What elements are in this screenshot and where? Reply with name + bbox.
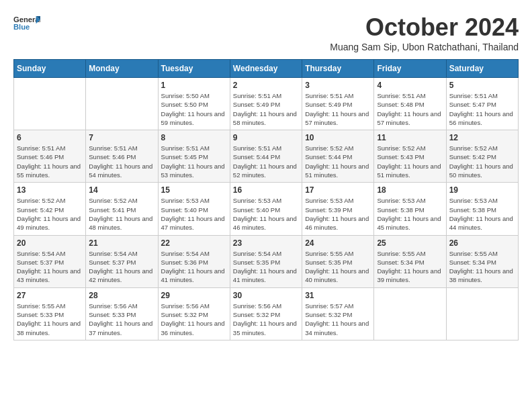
calendar-day-cell: 8 Sunrise: 5:51 AMSunset: 5:45 PMDayligh… <box>158 130 230 183</box>
title-section: October 2024 Muang Sam Sip, Ubon Ratchat… <box>330 13 519 52</box>
day-detail: Sunrise: 5:51 AMSunset: 5:49 PMDaylight:… <box>233 91 299 127</box>
day-detail: Sunrise: 5:55 AMSunset: 5:33 PMDaylight:… <box>17 302 83 337</box>
day-detail: Sunrise: 5:52 AMSunset: 5:43 PMDaylight:… <box>377 144 443 179</box>
day-detail: Sunrise: 5:56 AMSunset: 5:32 PMDaylight:… <box>161 302 227 337</box>
calendar-day-cell: 21 Sunrise: 5:54 AMSunset: 5:37 PMDaylig… <box>86 235 158 287</box>
day-detail: Sunrise: 5:50 AMSunset: 5:50 PMDaylight:… <box>161 91 227 127</box>
calendar-week-row: 27 Sunrise: 5:55 AMSunset: 5:33 PMDaylig… <box>14 287 519 340</box>
calendar-day-header: Wednesday <box>230 60 302 78</box>
day-detail: Sunrise: 5:53 AMSunset: 5:40 PMDaylight:… <box>161 196 227 232</box>
day-detail: Sunrise: 5:51 AMSunset: 5:46 PMDaylight:… <box>17 144 83 179</box>
svg-text:Blue: Blue <box>13 23 30 31</box>
day-number: 12 <box>449 133 515 142</box>
day-detail: Sunrise: 5:55 AMSunset: 5:34 PMDaylight:… <box>449 249 515 285</box>
day-detail: Sunrise: 5:51 AMSunset: 5:44 PMDaylight:… <box>233 144 299 179</box>
calendar-week-row: 20 Sunrise: 5:54 AMSunset: 5:37 PMDaylig… <box>14 235 519 287</box>
location-subtitle: Muang Sam Sip, Ubon Ratchathani, Thailan… <box>330 42 519 52</box>
calendar-day-cell: 11 Sunrise: 5:52 AMSunset: 5:43 PMDaylig… <box>374 130 446 183</box>
calendar-day-cell: 2 Sunrise: 5:51 AMSunset: 5:49 PMDayligh… <box>230 78 302 130</box>
calendar-day-cell: 3 Sunrise: 5:51 AMSunset: 5:49 PMDayligh… <box>302 78 374 130</box>
calendar-day-cell: 31 Sunrise: 5:57 AMSunset: 5:32 PMDaylig… <box>302 287 374 340</box>
day-detail: Sunrise: 5:53 AMSunset: 5:40 PMDaylight:… <box>233 196 299 232</box>
day-detail: Sunrise: 5:53 AMSunset: 5:39 PMDaylight:… <box>305 196 371 232</box>
day-number: 31 <box>305 291 371 300</box>
day-number: 6 <box>17 133 83 142</box>
page-header: General Blue October 2024 Muang Sam Sip,… <box>13 13 519 52</box>
calendar-header-row: SundayMondayTuesdayWednesdayThursdayFrid… <box>14 60 519 78</box>
month-title: October 2024 <box>330 13 519 42</box>
day-number: 27 <box>17 291 83 300</box>
calendar-day-cell: 6 Sunrise: 5:51 AMSunset: 5:46 PMDayligh… <box>14 130 86 183</box>
day-number: 24 <box>305 238 371 248</box>
calendar-day-header: Monday <box>86 60 158 78</box>
calendar-day-cell: 13 Sunrise: 5:52 AMSunset: 5:42 PMDaylig… <box>14 183 86 235</box>
day-number: 10 <box>305 133 371 142</box>
day-number: 4 <box>377 81 443 90</box>
day-detail: Sunrise: 5:57 AMSunset: 5:32 PMDaylight:… <box>305 302 371 337</box>
day-detail: Sunrise: 5:55 AMSunset: 5:34 PMDaylight:… <box>377 249 443 285</box>
day-number: 21 <box>89 238 154 248</box>
day-detail: Sunrise: 5:54 AMSunset: 5:37 PMDaylight:… <box>17 249 83 285</box>
calendar-day-cell: 30 Sunrise: 5:56 AMSunset: 5:32 PMDaylig… <box>230 287 302 340</box>
calendar-day-cell: 7 Sunrise: 5:51 AMSunset: 5:46 PMDayligh… <box>86 130 158 183</box>
day-detail: Sunrise: 5:54 AMSunset: 5:37 PMDaylight:… <box>89 249 154 285</box>
calendar-day-cell: 25 Sunrise: 5:55 AMSunset: 5:34 PMDaylig… <box>374 235 446 287</box>
day-number: 11 <box>377 133 443 142</box>
calendar-day-cell: 29 Sunrise: 5:56 AMSunset: 5:32 PMDaylig… <box>158 287 230 340</box>
calendar-day-header: Saturday <box>446 60 518 78</box>
calendar-day-cell: 10 Sunrise: 5:52 AMSunset: 5:44 PMDaylig… <box>302 130 374 183</box>
day-detail: Sunrise: 5:51 AMSunset: 5:46 PMDaylight:… <box>89 144 154 179</box>
calendar-day-cell: 27 Sunrise: 5:55 AMSunset: 5:33 PMDaylig… <box>14 287 86 340</box>
day-number: 26 <box>449 238 515 248</box>
day-detail: Sunrise: 5:56 AMSunset: 5:32 PMDaylight:… <box>233 302 299 337</box>
calendar-day-cell: 22 Sunrise: 5:54 AMSunset: 5:36 PMDaylig… <box>158 235 230 287</box>
day-number: 17 <box>305 185 371 195</box>
calendar-day-header: Tuesday <box>158 60 230 78</box>
calendar-day-cell: 17 Sunrise: 5:53 AMSunset: 5:39 PMDaylig… <box>302 183 374 235</box>
calendar-day-header: Thursday <box>302 60 374 78</box>
day-detail: Sunrise: 5:54 AMSunset: 5:36 PMDaylight:… <box>161 249 227 285</box>
calendar-week-row: 13 Sunrise: 5:52 AMSunset: 5:42 PMDaylig… <box>14 183 519 235</box>
calendar-day-cell: 5 Sunrise: 5:51 AMSunset: 5:47 PMDayligh… <box>446 78 518 130</box>
calendar-day-header: Friday <box>374 60 446 78</box>
day-detail: Sunrise: 5:51 AMSunset: 5:47 PMDaylight:… <box>449 91 515 127</box>
calendar-day-cell: 14 Sunrise: 5:52 AMSunset: 5:41 PMDaylig… <box>86 183 158 235</box>
calendar-day-cell: 15 Sunrise: 5:53 AMSunset: 5:40 PMDaylig… <box>158 183 230 235</box>
day-number: 20 <box>17 238 83 248</box>
day-number: 15 <box>161 185 227 195</box>
day-number: 3 <box>305 81 371 90</box>
calendar-week-row: 1 Sunrise: 5:50 AMSunset: 5:50 PMDayligh… <box>14 78 519 130</box>
day-number: 13 <box>17 185 83 195</box>
day-detail: Sunrise: 5:51 AMSunset: 5:45 PMDaylight:… <box>161 144 227 179</box>
logo: General Blue <box>13 13 40 32</box>
calendar-day-cell: 9 Sunrise: 5:51 AMSunset: 5:44 PMDayligh… <box>230 130 302 183</box>
day-number: 22 <box>161 238 227 248</box>
calendar-table: SundayMondayTuesdayWednesdayThursdayFrid… <box>13 59 519 340</box>
calendar-day-cell: 1 Sunrise: 5:50 AMSunset: 5:50 PMDayligh… <box>158 78 230 130</box>
calendar-day-cell: 26 Sunrise: 5:55 AMSunset: 5:34 PMDaylig… <box>446 235 518 287</box>
day-number: 5 <box>449 81 515 90</box>
day-number: 25 <box>377 238 443 248</box>
day-detail: Sunrise: 5:54 AMSunset: 5:35 PMDaylight:… <box>233 249 299 285</box>
day-number: 8 <box>161 133 227 142</box>
day-detail: Sunrise: 5:56 AMSunset: 5:33 PMDaylight:… <box>89 302 154 337</box>
day-number: 29 <box>161 291 227 300</box>
calendar-day-cell: 12 Sunrise: 5:52 AMSunset: 5:42 PMDaylig… <box>446 130 518 183</box>
calendar-day-cell: 19 Sunrise: 5:53 AMSunset: 5:38 PMDaylig… <box>446 183 518 235</box>
day-number: 16 <box>233 185 299 195</box>
day-detail: Sunrise: 5:55 AMSunset: 5:35 PMDaylight:… <box>305 249 371 285</box>
calendar-day-cell <box>374 287 446 340</box>
day-detail: Sunrise: 5:52 AMSunset: 5:42 PMDaylight:… <box>449 144 515 179</box>
day-number: 23 <box>233 238 299 248</box>
calendar-day-cell <box>86 78 158 130</box>
day-detail: Sunrise: 5:53 AMSunset: 5:38 PMDaylight:… <box>377 196 443 232</box>
calendar-day-cell: 4 Sunrise: 5:51 AMSunset: 5:48 PMDayligh… <box>374 78 446 130</box>
day-detail: Sunrise: 5:52 AMSunset: 5:42 PMDaylight:… <box>17 196 83 232</box>
day-detail: Sunrise: 5:52 AMSunset: 5:44 PMDaylight:… <box>305 144 371 179</box>
calendar-day-cell <box>446 287 518 340</box>
calendar-day-cell: 18 Sunrise: 5:53 AMSunset: 5:38 PMDaylig… <box>374 183 446 235</box>
day-number: 14 <box>89 185 154 195</box>
calendar-day-cell: 24 Sunrise: 5:55 AMSunset: 5:35 PMDaylig… <box>302 235 374 287</box>
calendar-day-cell: 23 Sunrise: 5:54 AMSunset: 5:35 PMDaylig… <box>230 235 302 287</box>
logo-icon: General Blue <box>13 13 40 32</box>
